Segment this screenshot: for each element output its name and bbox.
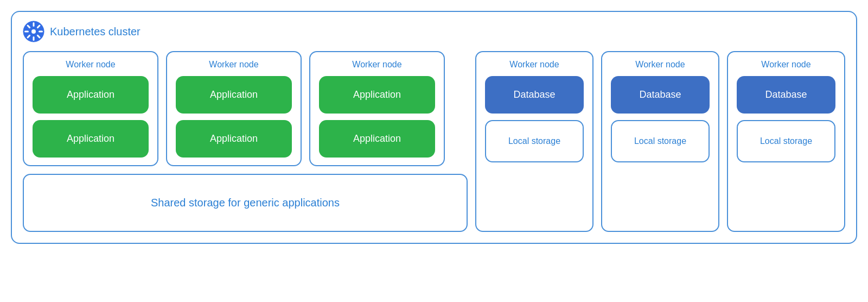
worker-node-2: Worker node Application Application xyxy=(166,51,302,166)
left-section: Worker node Application Application Work… xyxy=(23,51,468,232)
db-pod-3: Database xyxy=(737,76,835,114)
db-worker-node-2: Worker node Database Local storage xyxy=(601,51,719,232)
cluster-title: Kubernetes cluster xyxy=(50,26,141,38)
db-worker-node-3-title: Worker node xyxy=(737,60,835,70)
kubernetes-cluster: Kubernetes cluster Worker node Applicati… xyxy=(11,11,857,244)
worker-node-3-title: Worker node xyxy=(319,60,435,70)
db-pod-2: Database xyxy=(611,76,710,114)
svg-point-1 xyxy=(31,29,36,34)
db-worker-node-1-title: Worker node xyxy=(485,60,584,70)
db-pod-1: Database xyxy=(485,76,584,114)
app-pod-3-1: Application xyxy=(319,76,435,114)
kubernetes-icon xyxy=(23,21,44,42)
diagram-wrapper: Kubernetes cluster Worker node Applicati… xyxy=(11,11,857,293)
right-section: Worker node Database Local storage Worke… xyxy=(475,51,845,232)
top-worker-nodes: Worker node Application Application Work… xyxy=(23,51,468,166)
local-storage-1: Local storage xyxy=(485,120,584,162)
svg-rect-3 xyxy=(33,36,35,41)
app-pod-1-1: Application xyxy=(33,76,149,114)
app-pod-3-2: Application xyxy=(319,120,435,158)
svg-rect-5 xyxy=(39,31,43,33)
cluster-body: Worker node Application Application Work… xyxy=(23,51,845,232)
local-storage-3: Local storage xyxy=(737,120,835,162)
svg-rect-4 xyxy=(24,31,29,33)
app-pod-2-1: Application xyxy=(176,76,292,114)
worker-node-3: Worker node Application Application xyxy=(309,51,445,166)
cluster-header: Kubernetes cluster xyxy=(23,21,845,42)
svg-rect-2 xyxy=(33,22,35,27)
worker-node-1: Worker node Application Application xyxy=(23,51,158,166)
app-pod-1-2: Application xyxy=(33,120,149,158)
db-worker-node-3: Worker node Database Local storage xyxy=(727,51,845,232)
db-worker-node-1: Worker node Database Local storage xyxy=(475,51,593,232)
shared-storage-label: Shared storage for generic applications xyxy=(151,197,340,209)
db-worker-node-2-title: Worker node xyxy=(611,60,710,70)
app-pod-2-2: Application xyxy=(176,120,292,158)
shared-storage: Shared storage for generic applications xyxy=(23,174,468,232)
worker-node-1-title: Worker node xyxy=(33,60,149,70)
local-storage-2: Local storage xyxy=(611,120,710,162)
worker-node-2-title: Worker node xyxy=(176,60,292,70)
